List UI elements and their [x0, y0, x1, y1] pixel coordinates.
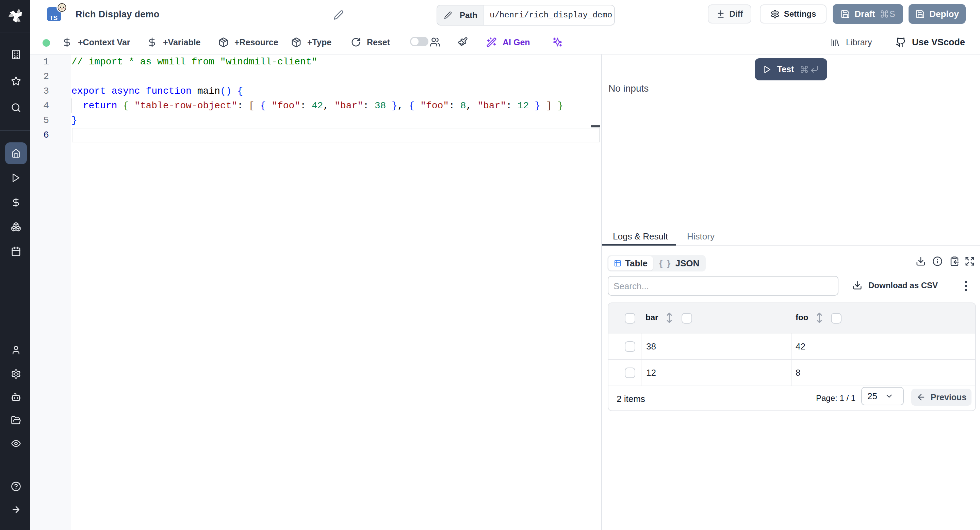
svg-text:TS: TS: [49, 14, 57, 21]
